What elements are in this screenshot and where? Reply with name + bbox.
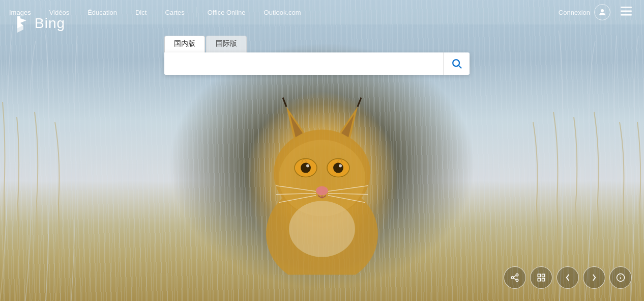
svg-point-32 xyxy=(516,274,518,277)
svg-point-12 xyxy=(333,162,343,173)
svg-point-33 xyxy=(511,277,514,279)
svg-rect-28 xyxy=(621,10,632,12)
svg-point-11 xyxy=(301,162,311,173)
search-box xyxy=(164,52,470,75)
svg-point-17 xyxy=(316,186,328,195)
bing-b-icon xyxy=(13,14,32,33)
svg-rect-39 xyxy=(538,279,540,281)
svg-point-25 xyxy=(289,201,355,257)
svg-line-6 xyxy=(283,97,286,106)
nav-divider xyxy=(196,7,196,17)
connexion-button[interactable]: Connexion xyxy=(559,4,610,20)
svg-line-31 xyxy=(458,65,461,68)
info-button[interactable] xyxy=(609,266,632,289)
svg-point-34 xyxy=(516,279,518,282)
svg-rect-38 xyxy=(542,274,545,277)
nav-dict[interactable]: Dict xyxy=(126,0,156,24)
tab-domestic[interactable]: 国内版 xyxy=(164,36,205,52)
nav-office-online[interactable]: Office Online xyxy=(198,0,255,24)
svg-line-35 xyxy=(513,278,516,280)
connexion-label: Connexion xyxy=(559,9,590,16)
user-avatar-icon[interactable] xyxy=(594,4,610,20)
bing-logo[interactable]: Bing xyxy=(13,14,65,33)
nav-right: Connexion xyxy=(559,4,644,20)
svg-point-43 xyxy=(621,276,621,276)
search-area: 国内版 国际版 xyxy=(0,36,644,75)
svg-rect-27 xyxy=(621,7,632,8)
svg-rect-37 xyxy=(538,274,540,277)
svg-point-26 xyxy=(601,9,604,12)
grid-button[interactable] xyxy=(530,266,552,289)
tab-international[interactable]: 国际版 xyxy=(206,36,247,52)
bing-text: Bing xyxy=(35,15,65,32)
svg-line-36 xyxy=(513,276,516,277)
navbar: Images Vidéos Éducation Dict Cartes Offi… xyxy=(0,0,644,24)
svg-rect-29 xyxy=(621,14,632,16)
svg-point-14 xyxy=(339,164,342,167)
nav-links: Images Vidéos Éducation Dict Cartes Offi… xyxy=(0,0,559,24)
search-input[interactable] xyxy=(164,52,443,75)
next-button[interactable] xyxy=(583,266,605,289)
hamburger-menu-icon[interactable] xyxy=(617,7,636,18)
svg-line-7 xyxy=(358,97,361,106)
search-button[interactable] xyxy=(443,52,470,75)
svg-point-13 xyxy=(306,164,309,167)
share-button[interactable] xyxy=(504,266,526,289)
svg-point-30 xyxy=(453,60,459,66)
nav-education[interactable]: Éducation xyxy=(78,0,126,24)
nav-outlook[interactable]: Outlook.com xyxy=(255,0,310,24)
nav-cartes[interactable]: Cartes xyxy=(156,0,193,24)
prev-button[interactable] xyxy=(557,266,579,289)
svg-rect-40 xyxy=(542,279,545,281)
search-tabs: 国内版 国际版 xyxy=(164,36,470,52)
search-icon xyxy=(451,58,462,69)
background-animal-image xyxy=(225,61,419,275)
bottom-controls xyxy=(504,266,632,289)
